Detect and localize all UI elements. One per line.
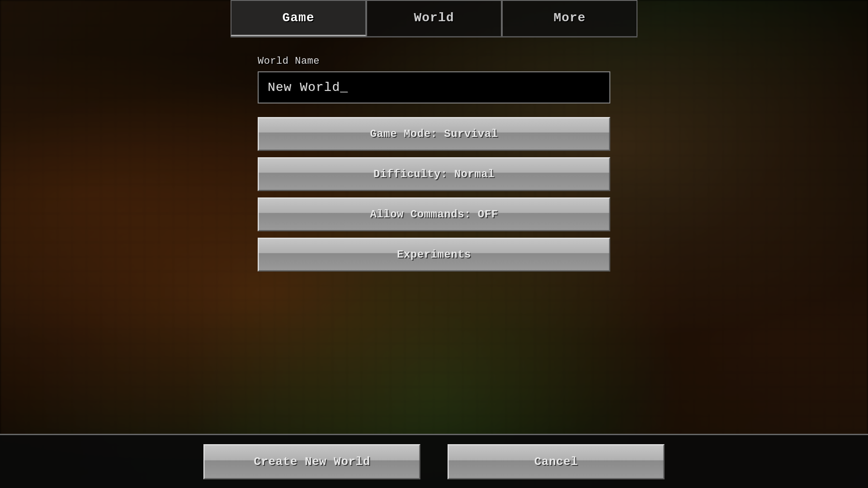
tab-game[interactable]: Game	[231, 0, 366, 36]
world-name-label: World Name	[258, 56, 610, 67]
tab-more[interactable]: More	[502, 0, 637, 36]
create-world-dialog: Game World More World Name Game Mode: Su…	[231, 0, 637, 296]
create-new-world-button[interactable]: Create New World	[203, 444, 420, 479]
cancel-button[interactable]: Cancel	[448, 444, 665, 479]
tab-bar: Game World More	[231, 0, 637, 38]
tab-world[interactable]: World	[366, 0, 502, 36]
game-mode-button[interactable]: Game Mode: Survival	[258, 117, 610, 151]
tab-content-game: World Name Game Mode: Survival Difficult…	[231, 38, 637, 296]
world-name-input[interactable]	[258, 71, 610, 103]
bottom-bar: Create New World Cancel	[0, 434, 868, 488]
difficulty-button[interactable]: Difficulty: Normal	[258, 157, 610, 191]
experiments-button[interactable]: Experiments	[258, 238, 610, 272]
allow-commands-button[interactable]: Allow Commands: OFF	[258, 197, 610, 231]
